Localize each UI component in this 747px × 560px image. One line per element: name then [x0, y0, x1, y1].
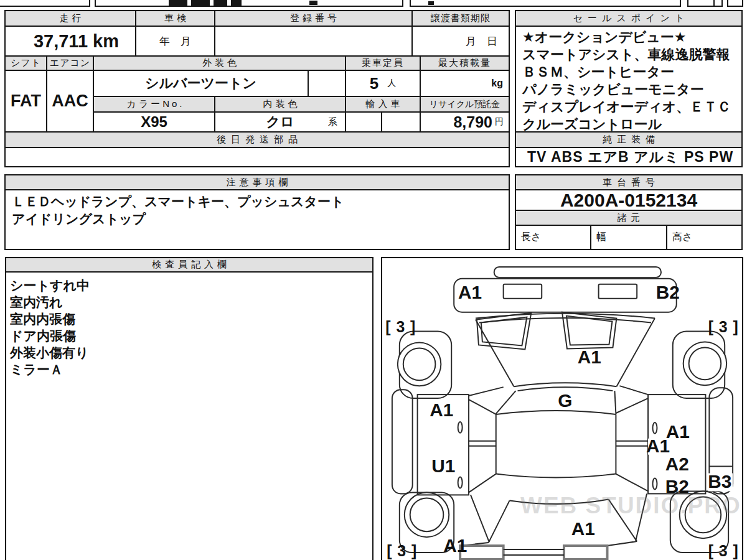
inspector-line: ドア内張傷 [10, 327, 90, 344]
inspector-line: ミラーＡ [10, 361, 90, 378]
cropped-top-row-divider [713, 0, 715, 6]
body-diagonal [471, 495, 489, 542]
damage-code-label: B3 [708, 471, 731, 492]
windshield-side-right [614, 391, 616, 414]
cropped-text-fragment [214, 0, 227, 6]
interior-color-header: 内装色 [215, 96, 345, 112]
import-car-cell-b [382, 112, 420, 132]
notes-line: アイドリングストップ [12, 210, 502, 228]
damage-code-label: A1 [430, 399, 453, 420]
door-handle [458, 422, 463, 433]
damage-code-label: A1 [578, 347, 601, 367]
registration-value [215, 26, 412, 56]
damage-code-label: A1 [571, 518, 595, 539]
body-diagonal [616, 474, 648, 492]
damage-code-label: [ 3 ] [387, 542, 417, 559]
cropped-text-fragment [231, 0, 242, 6]
car-diagram-svg: A1B2[ 3 ][ 3 ]A1GA1U1A1A1A2B2B3A1A1[ 3 ]… [382, 258, 742, 560]
damage-code-label: B2 [665, 476, 689, 497]
mileage-header: 走行 [5, 11, 136, 26]
capacity-unit: 人 [387, 78, 396, 89]
damage-code-label: A1 [458, 282, 482, 302]
chassis-no-header: 車台番号 [515, 175, 742, 190]
damage-code-label: [ 3 ] [385, 318, 416, 335]
damage-code-label: [ 3 ] [708, 318, 739, 335]
body-diagonal [616, 398, 648, 413]
cropped-top-row [687, 0, 723, 7]
damage-code-label: [ 3 ] [708, 542, 739, 559]
door-handle [458, 477, 463, 488]
door-handle [652, 422, 657, 434]
notes-line: ＬＥＤヘッドランプ、スマートキー、プッシュスタート [12, 193, 502, 210]
mileage-value: 37,711 km [5, 26, 136, 56]
headlight-left [504, 284, 542, 299]
genuine-equipment-header: 純正装備 [515, 132, 742, 147]
inspector-header: 検査員記入欄 [5, 257, 374, 273]
spec-length-cell: 長さ [515, 225, 591, 250]
rear-window-arc [510, 499, 609, 504]
shift-value: FAT [5, 70, 47, 132]
taillight-right [564, 546, 608, 559]
sales-point-line: クルーズコントロール [522, 116, 735, 133]
roof-rear-arc [496, 474, 616, 478]
recycle-deposit-value: 8,790 円 [420, 112, 509, 132]
import-car-header: 輸入車 [345, 96, 420, 112]
inspector-line: 室内汚れ [10, 294, 90, 310]
body-diagonal [636, 493, 647, 541]
color-no-value: X95 [93, 112, 215, 132]
sales-point-header: セールスポイント [515, 11, 742, 26]
exterior-color-extra-cell [308, 70, 345, 96]
damage-code-label: A2 [665, 454, 689, 474]
max-load-header: 最大積載量 [420, 56, 509, 70]
damage-code-label: A1 [443, 535, 467, 556]
inspector-line: 室内内張傷 [10, 310, 90, 327]
transfer-deadline-header: 譲渡書類期限 [412, 11, 509, 26]
import-car-cell-a [345, 112, 382, 132]
sales-point-line: スマートアシスト、車線逸脱警報 [522, 46, 735, 63]
sales-point-line: パノラミックビューモニター [522, 81, 735, 98]
damage-diagram-box: A1B2[ 3 ][ 3 ]A1GA1U1A1A1A2B2B3A1A1[ 3 ]… [381, 257, 743, 560]
windshield-side-left [496, 391, 516, 414]
cropped-text-fragment [428, 1, 434, 5]
sales-point-line: ＢＳＭ、シートヒーター [522, 63, 735, 81]
later-parts-header: 後日発送部品 [5, 132, 509, 147]
spec-height-cell: 高さ [667, 225, 742, 250]
cropped-top-row [727, 0, 743, 7]
shaken-value: 年 月 [136, 26, 215, 56]
color-no-header: カラーNo. [93, 96, 215, 112]
notes-body: ＬＥＤヘッドランプ、スマートキー、プッシュスタート アイドリングストップ [5, 190, 509, 250]
recycle-deposit-unit: 円 [495, 116, 504, 128]
later-parts-value [5, 147, 509, 167]
hatch-corner-right [607, 541, 637, 546]
body-diagonal [469, 399, 496, 414]
wheel-front-right [684, 342, 727, 385]
max-load-value: kg [420, 70, 509, 96]
cropped-top-row [410, 0, 681, 7]
transfer-deadline-value: 月 日 [412, 26, 509, 56]
wheel-front-left [398, 342, 441, 386]
inspector-box: 検査員記入欄 シートすれ中 室内汚れ 室内内張傷 ドア内張傷 外装小傷有り ミラ… [5, 257, 374, 560]
roof-front-arc [496, 411, 616, 414]
glass-pane-right-inner [566, 316, 612, 345]
interior-color-value: クロ 系 [215, 112, 345, 132]
specs-header: 諸元 [515, 210, 742, 225]
genuine-equipment-value: TV ABS エアB アルミ PS PW [515, 147, 742, 167]
inspector-body: シートすれ中 室内汚れ 室内内張傷 ドア内張傷 外装小傷有り ミラーＡ [10, 277, 90, 378]
hood-edge-left [476, 320, 514, 387]
inspector-line: シートすれ中 [10, 277, 90, 294]
cropped-text-fragment [169, 0, 187, 6]
wheel-rear-left [405, 492, 449, 537]
cowl-arc [514, 383, 617, 386]
recycle-deposit-header: リサイクル預託金 [420, 96, 509, 112]
inspector-line: 外装小傷有り [10, 344, 90, 361]
exterior-color-header: 外装色 [93, 56, 345, 70]
recycle-deposit-amount: 8,790 [453, 113, 492, 131]
interior-color-text: クロ [266, 113, 294, 131]
notes-header: 注意事項欄 [5, 175, 509, 190]
spoiler-bar [494, 267, 661, 278]
aircon-value: AAC [47, 70, 93, 132]
registration-header: 登録番号 [215, 11, 412, 26]
spec-width-cell: 幅 [591, 225, 667, 250]
hatch-side-right [608, 499, 637, 541]
body-diagonal [469, 387, 504, 396]
